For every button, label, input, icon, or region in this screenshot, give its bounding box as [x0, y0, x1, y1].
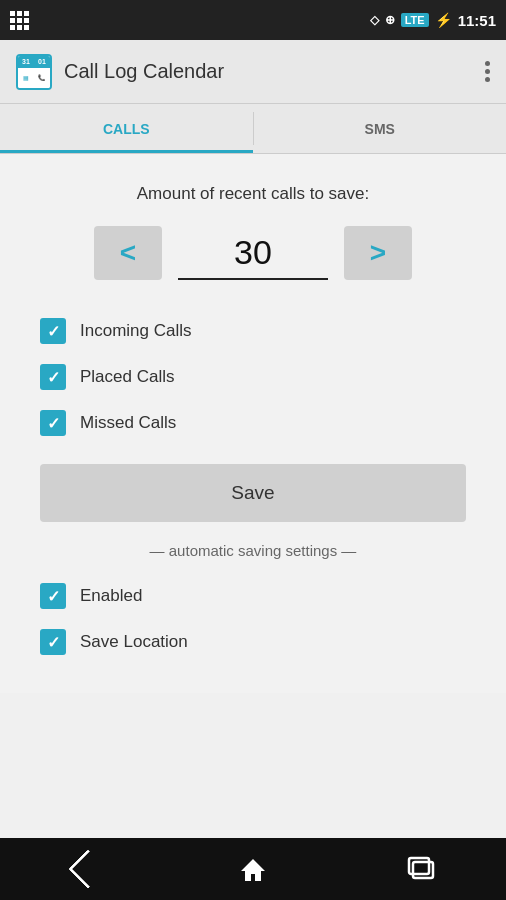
check-icon: ✓	[47, 368, 60, 387]
app-icon: 31 01 ▦ 📞	[16, 54, 52, 90]
counter-value-box: 30	[178, 226, 328, 280]
check-icon: ✓	[47, 633, 60, 652]
status-bar-right: ◇ ⊕ LTE ⚡ 11:51	[370, 12, 496, 29]
chevron-left-icon: <	[120, 237, 136, 269]
incoming-calls-label: Incoming Calls	[80, 321, 192, 341]
back-icon	[69, 849, 109, 889]
decrement-button[interactable]: <	[94, 226, 162, 280]
tabs-bar: CALLS SMS	[0, 104, 506, 154]
save-button[interactable]: Save	[40, 464, 466, 522]
chevron-right-icon: >	[370, 237, 386, 269]
placed-calls-checkbox[interactable]: ✓	[40, 364, 66, 390]
app-bar: 31 01 ▦ 📞 Call Log Calendar	[0, 40, 506, 104]
missed-calls-item[interactable]: ✓ Missed Calls	[40, 400, 466, 446]
call-type-checkboxes: ✓ Incoming Calls ✓ Placed Calls ✓ Missed…	[40, 308, 466, 446]
app-title: Call Log Calendar	[64, 60, 224, 83]
check-icon: ✓	[47, 414, 60, 433]
back-button[interactable]	[59, 852, 109, 886]
incoming-calls-checkbox[interactable]: ✓	[40, 318, 66, 344]
auto-save-checkboxes: ✓ Enabled ✓ Save Location	[40, 573, 466, 665]
placed-calls-item[interactable]: ✓ Placed Calls	[40, 354, 466, 400]
incoming-calls-item[interactable]: ✓ Incoming Calls	[40, 308, 466, 354]
save-location-checkbox[interactable]: ✓	[40, 629, 66, 655]
gps-icon: ⊕	[385, 13, 395, 27]
more-menu-button[interactable]	[485, 61, 490, 82]
time-display: 11:51	[458, 12, 496, 29]
counter-value: 30	[234, 233, 272, 272]
sim-icon: ◇	[370, 13, 379, 27]
check-icon: ✓	[47, 322, 60, 341]
recents-icon	[407, 856, 437, 882]
lte-badge: LTE	[401, 13, 429, 27]
save-location-item[interactable]: ✓ Save Location	[40, 619, 466, 665]
battery-icon: ⚡	[435, 12, 452, 28]
check-icon: ✓	[47, 587, 60, 606]
grid-icon	[10, 11, 29, 30]
enabled-checkbox[interactable]: ✓	[40, 583, 66, 609]
home-button[interactable]	[228, 852, 278, 886]
bottom-nav	[0, 838, 506, 900]
save-location-label: Save Location	[80, 632, 188, 652]
app-bar-left: 31 01 ▦ 📞 Call Log Calendar	[16, 54, 224, 90]
svg-marker-0	[241, 859, 265, 881]
missed-calls-checkbox[interactable]: ✓	[40, 410, 66, 436]
status-bar-left	[10, 11, 29, 30]
tab-sms[interactable]: SMS	[254, 104, 507, 153]
home-icon	[238, 854, 268, 884]
enabled-item[interactable]: ✓ Enabled	[40, 573, 466, 619]
status-bar: ◇ ⊕ LTE ⚡ 11:51	[0, 0, 506, 40]
auto-save-label: — automatic saving settings —	[40, 542, 466, 559]
missed-calls-label: Missed Calls	[80, 413, 176, 433]
amount-label: Amount of recent calls to save:	[40, 184, 466, 204]
counter-row: < 30 >	[40, 226, 466, 280]
recents-button[interactable]	[397, 852, 447, 886]
main-content: Amount of recent calls to save: < 30 > ✓…	[0, 154, 506, 693]
placed-calls-label: Placed Calls	[80, 367, 175, 387]
increment-button[interactable]: >	[344, 226, 412, 280]
enabled-label: Enabled	[80, 586, 142, 606]
tab-calls[interactable]: CALLS	[0, 104, 253, 153]
